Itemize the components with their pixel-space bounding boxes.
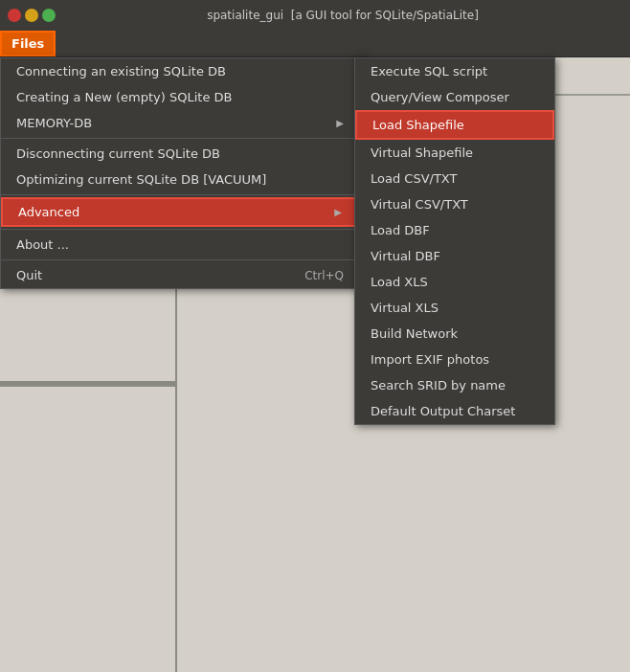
menubar: Files [0,31,630,57]
window-title: spatialite_gui [a GUI tool for SQLite/Sp… [63,9,622,22]
submenu-query-view[interactable]: Query/View Composer [355,84,554,110]
submenu-virtual-shapefile[interactable]: Virtual Shapefile [355,140,554,166]
submenu-load-xls[interactable]: Load XLS [355,269,554,295]
files-dropdown: Connecting an existing SQLite DB Creatin… [0,57,364,289]
arrow-icon-advanced: ▶ [334,207,342,217]
menu-memory-db[interactable]: MEMORY-DB ▶ [1,110,363,136]
separator-4 [1,259,363,260]
menu-advanced[interactable]: Advanced ▶ [1,197,363,227]
submenu-default-charset[interactable]: Default Output Charset [355,398,554,424]
menu-quit[interactable]: Quit Ctrl+Q [1,262,363,288]
submenu-build-network[interactable]: Build Network [355,321,554,347]
menu-create-new[interactable]: Creating a New (empty) SQLite DB [1,84,363,110]
arrow-icon: ▶ [336,118,344,128]
submenu-search-srid[interactable]: Search SRID by name [355,372,554,398]
minimize-button[interactable] [25,9,38,22]
close-button[interactable] [8,9,21,22]
quit-shortcut: Ctrl+Q [304,269,344,282]
separator-1 [1,138,363,139]
advanced-submenu: Execute SQL script Query/View Composer L… [354,57,555,425]
submenu-virtual-csv[interactable]: Virtual CSV/TXT [355,191,554,217]
menu-files[interactable]: Files [0,31,56,56]
menu-connect-existing[interactable]: Connecting an existing SQLite DB [1,58,363,84]
separator-3 [1,229,363,230]
titlebar: spatialite_gui [a GUI tool for SQLite/Sp… [0,0,630,31]
submenu-virtual-xls[interactable]: Virtual XLS [355,295,554,321]
submenu-virtual-dbf[interactable]: Virtual DBF [355,243,554,269]
menu-optimize[interactable]: Optimizing current SQLite DB [VACUUM] [1,167,363,192]
submenu-load-dbf[interactable]: Load DBF [355,217,554,243]
left-pane-bottom [0,387,175,672]
separator-2 [1,194,363,195]
submenu-load-csv[interactable]: Load CSV/TXT [355,166,554,191]
submenu-execute-sql[interactable]: Execute SQL script [355,58,554,84]
maximize-button[interactable] [42,9,56,22]
submenu-import-exif[interactable]: Import EXIF photos [355,347,554,372]
window-controls [8,9,56,22]
menu-about[interactable]: About ... [1,232,363,258]
app-content: 🗁 🖫 🗄 🗃 🖼 📋 ⊘ 📊 Connecting an existing S… [0,57,630,672]
menu-disconnect[interactable]: Disconnecting current SQLite DB [1,141,363,167]
submenu-load-shapefile[interactable]: Load Shapefile [355,110,554,140]
